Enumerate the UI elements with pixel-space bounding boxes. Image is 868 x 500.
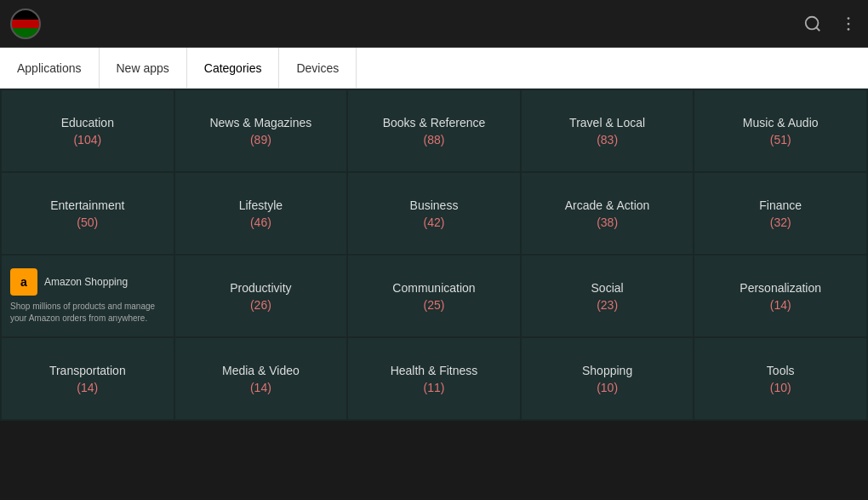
nav-tab-applications[interactable]: Applications	[0, 48, 100, 88]
category-count: (50)	[77, 216, 98, 229]
category-count: (89)	[250, 133, 271, 147]
flag-icon	[10, 9, 41, 39]
category-name: Health & Fitness	[391, 364, 478, 377]
category-name: Tools	[767, 364, 795, 377]
amazon-icon: a	[10, 268, 37, 296]
category-tile-education[interactable]: Education (104)	[2, 90, 174, 171]
category-count: (14)	[250, 381, 271, 394]
category-count: (42)	[424, 216, 445, 229]
nav-tab-categories[interactable]: Categories	[187, 48, 280, 88]
category-tile-tools[interactable]: Tools (10)	[694, 338, 866, 419]
category-name: Finance	[759, 198, 802, 212]
amazon-header: a Amazon Shopping	[10, 268, 128, 296]
category-name: Communication	[392, 281, 475, 295]
category-count: (11)	[424, 381, 445, 394]
category-tile-entertainment[interactable]: Entertainment (50)	[2, 173, 174, 254]
categories-grid: Education (104) News & Magazines (89) Bo…	[0, 89, 868, 421]
category-name: Productivity	[230, 281, 291, 295]
category-tile-shopping[interactable]: Shopping (10)	[522, 338, 694, 419]
svg-point-2	[848, 17, 850, 20]
category-count: (104)	[73, 133, 101, 147]
svg-line-1	[816, 27, 819, 31]
category-tile-books-reference[interactable]: Books & Reference (88)	[348, 90, 520, 171]
category-tile-social[interactable]: Social (23)	[522, 256, 694, 336]
category-tile-health-fitness[interactable]: Health & Fitness (11)	[348, 338, 520, 419]
category-tile-arcade-action[interactable]: Arcade & Action (38)	[522, 173, 694, 254]
category-tile-finance[interactable]: Finance (32)	[694, 173, 866, 254]
svg-point-0	[806, 16, 819, 29]
navigation-tabs: ApplicationsNew appsCategoriesDevices	[0, 48, 868, 89]
header-icons	[803, 14, 858, 33]
category-name: Education	[61, 116, 114, 129]
category-count: (26)	[250, 298, 271, 312]
category-tile-music-audio[interactable]: Music & Audio (51)	[694, 90, 866, 171]
category-name: Transportation	[49, 364, 126, 377]
category-tile-media-video[interactable]: Media & Video (14)	[175, 338, 347, 419]
amazon-description: Shop millions of products and manage you…	[10, 301, 165, 325]
category-name: Media & Video	[222, 364, 300, 377]
category-count: (14)	[77, 381, 98, 394]
category-tile-personalization[interactable]: Personalization (14)	[694, 256, 866, 336]
amazon-tile[interactable]: a Amazon Shopping Shop millions of produ…	[2, 256, 174, 336]
category-count: (46)	[250, 216, 271, 229]
category-name: News & Magazines	[209, 116, 311, 129]
category-name: Entertainment	[50, 198, 124, 212]
category-name: Music & Audio	[743, 116, 819, 129]
category-name: Lifestyle	[239, 198, 283, 212]
category-tile-travel-local[interactable]: Travel & Local (83)	[522, 90, 694, 171]
category-name: Travel & Local	[569, 116, 645, 129]
category-tile-communication[interactable]: Communication (25)	[348, 256, 520, 336]
nav-tab-new-apps[interactable]: New apps	[100, 48, 187, 88]
category-count: (25)	[424, 298, 445, 312]
svg-point-4	[848, 28, 850, 31]
more-menu-button[interactable]	[839, 14, 858, 33]
search-icon	[803, 14, 822, 33]
more-vertical-icon	[839, 14, 858, 33]
amazon-name: Amazon Shopping	[44, 276, 128, 288]
category-tile-productivity[interactable]: Productivity (26)	[175, 256, 347, 336]
category-name: Books & Reference	[383, 116, 486, 129]
category-count: (32)	[770, 216, 791, 229]
category-name: Shopping	[582, 364, 632, 377]
category-count: (83)	[597, 133, 618, 147]
category-tile-news-magazines[interactable]: News & Magazines (89)	[175, 90, 347, 171]
category-tile-transportation[interactable]: Transportation (14)	[2, 338, 174, 419]
category-name: Social	[591, 281, 624, 295]
category-name: Arcade & Action	[565, 198, 650, 212]
svg-point-3	[848, 22, 850, 25]
nav-tab-devices[interactable]: Devices	[279, 48, 357, 88]
category-count: (38)	[597, 216, 618, 229]
category-count: (10)	[597, 381, 618, 394]
category-name: Business	[410, 198, 459, 212]
category-count: (23)	[597, 298, 618, 312]
category-count: (51)	[770, 133, 791, 147]
category-name: Personalization	[740, 281, 821, 295]
category-tile-lifestyle[interactable]: Lifestyle (46)	[175, 173, 347, 254]
header	[0, 0, 868, 48]
category-count: (10)	[770, 381, 791, 394]
category-count: (88)	[424, 133, 445, 147]
search-button[interactable]	[803, 14, 822, 33]
category-tile-business[interactable]: Business (42)	[348, 173, 520, 254]
category-count: (14)	[770, 298, 791, 312]
